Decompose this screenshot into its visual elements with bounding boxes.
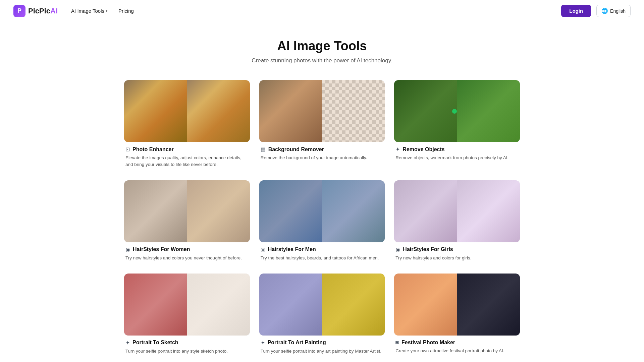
card-image-left [394, 80, 457, 142]
tool-card-portrait-to-art[interactable]: ✦ Portrait To Art Painting Turn your sel… [259, 274, 385, 356]
nav-ai-tools[interactable]: AI Image Tools ▾ [71, 8, 108, 14]
card-info-hairstyles-girls: ◉ HairStyles For Girls Try new hairstyle… [394, 242, 520, 263]
card-image-left [124, 274, 187, 336]
card-desc-hairstyles-men: Try the best hairstyles, beards, and tat… [261, 255, 384, 261]
card-desc-hairstyles-women: Try new hairstyles and colors you never … [125, 255, 249, 261]
tool-card-festival-photo-maker[interactable]: ◙ Festival Photo Maker Create your own a… [394, 274, 520, 356]
card-title-row: ◉ HairStyles For Women [125, 246, 249, 253]
card-image-right [322, 274, 385, 336]
card-title-remove-objects: Remove Objects [402, 146, 444, 153]
page-subtitle: Create stunning photos with the power of… [124, 57, 520, 64]
card-title-row: ✦ Remove Objects [395, 146, 519, 153]
card-image-inner [124, 180, 250, 242]
tool-icon-hairstyles-women: ◉ [125, 246, 130, 253]
card-title-background-remover: Background Remover [268, 146, 324, 153]
status-dot [452, 109, 457, 114]
card-image-hairstyles-women [124, 180, 250, 242]
tool-card-hairstyles-girls[interactable]: ◉ HairStyles For Girls Try new hairstyle… [394, 180, 520, 263]
logo-text: PicPicAI [28, 7, 58, 15]
card-image-right [187, 274, 250, 336]
card-image-inner [124, 274, 250, 336]
card-desc-remove-objects: Remove objects, watermark from photos pr… [395, 155, 519, 161]
card-image-right [322, 80, 385, 142]
card-image-portrait-to-art [259, 274, 385, 336]
card-image-remove-objects [394, 80, 520, 142]
nav-actions: Login 🌐 English [561, 5, 631, 17]
card-title-hairstyles-women: HairStyles For Women [133, 246, 190, 252]
card-desc-festival-photo-maker: Create your own attractive festival port… [395, 348, 519, 354]
logo-icon: P [13, 5, 25, 17]
card-title-row: ◙ Festival Photo Maker [395, 340, 519, 346]
card-title-photo-enhancer: Photo Enhancer [132, 146, 174, 153]
tool-icon-photo-enhancer: ⊡ [125, 146, 130, 153]
tool-card-hairstyles-men[interactable]: ◎ Hairstyles For Men Try the best hairst… [259, 180, 385, 263]
card-title-row: ✦ Portrait To Sketch [125, 340, 249, 346]
tool-card-photo-enhancer[interactable]: ⊡ Photo Enhancer Elevate the images qual… [124, 80, 250, 170]
card-image-photo-enhancer [124, 80, 250, 142]
card-image-left [259, 274, 322, 336]
tool-icon-hairstyles-men: ◎ [261, 246, 265, 253]
card-info-photo-enhancer: ⊡ Photo Enhancer Elevate the images qual… [124, 142, 250, 170]
nav-pricing[interactable]: Pricing [118, 8, 134, 14]
tool-card-portrait-to-sketch[interactable]: ✦ Portrait To Sketch Turn your selfie po… [124, 274, 250, 356]
card-desc-hairstyles-girls: Try new hairstyles and colors for girls. [395, 255, 519, 261]
card-info-hairstyles-men: ◎ Hairstyles For Men Try the best hairst… [259, 242, 385, 263]
tool-icon-background-remover: ▤ [261, 146, 266, 153]
card-title-row: ◉ HairStyles For Girls [395, 246, 519, 253]
card-image-right [187, 180, 250, 242]
tools-grid: ⊡ Photo Enhancer Elevate the images qual… [124, 80, 520, 362]
tool-icon-festival-photo-maker: ◙ [395, 340, 399, 346]
card-image-right [187, 80, 250, 142]
main-content: AI Image Tools Create stunning photos wi… [117, 22, 527, 362]
card-title-portrait-to-art: Portrait To Art Painting [268, 340, 326, 346]
card-desc-portrait-to-art: Turn your selfie portrait into any art p… [261, 348, 384, 355]
language-button[interactable]: 🌐 English [596, 5, 631, 17]
card-image-inner [259, 180, 385, 242]
card-image-inner [394, 80, 520, 142]
globe-icon: 🌐 [601, 8, 608, 14]
card-title-portrait-to-sketch: Portrait To Sketch [132, 340, 178, 346]
tool-icon-remove-objects: ✦ [395, 146, 400, 153]
tool-card-background-remover[interactable]: ▤ Background Remover Remove the backgrou… [259, 80, 385, 170]
logo-link[interactable]: P PicPicAI [13, 5, 58, 17]
card-title-row: ◎ Hairstyles For Men [261, 246, 384, 253]
card-image-inner [259, 274, 385, 336]
card-title-hairstyles-men: Hairstyles For Men [268, 246, 316, 252]
page-title: AI Image Tools [124, 39, 520, 53]
card-info-portrait-to-art: ✦ Portrait To Art Painting Turn your sel… [259, 336, 385, 356]
navbar: P PicPicAI AI Image Tools ▾ Pricing Logi… [0, 0, 644, 22]
tool-icon-hairstyles-girls: ◉ [395, 246, 400, 253]
tool-card-remove-objects[interactable]: ✦ Remove Objects Remove objects, waterma… [394, 80, 520, 170]
card-image-inner [124, 80, 250, 142]
card-image-inner [394, 274, 520, 336]
card-image-background-remover [259, 80, 385, 142]
tool-icon-portrait-to-art: ✦ [261, 340, 265, 346]
card-desc-photo-enhancer: Elevate the images quality, adjust color… [125, 155, 249, 168]
card-image-right [322, 180, 385, 242]
card-image-right [457, 274, 520, 336]
card-title-hairstyles-girls: HairStyles For Girls [403, 246, 453, 252]
card-image-right [457, 180, 520, 242]
chevron-down-icon: ▾ [106, 9, 108, 13]
card-info-hairstyles-women: ◉ HairStyles For Women Try new hairstyle… [124, 242, 250, 263]
card-desc-background-remover: Remove the background of your image auto… [261, 155, 384, 161]
card-image-inner [259, 80, 385, 142]
card-image-hairstyles-men [259, 180, 385, 242]
card-desc-portrait-to-sketch: Turn your selfie portrait into any style… [125, 348, 249, 355]
card-image-right [457, 80, 520, 142]
card-image-inner [394, 180, 520, 242]
card-image-left [394, 180, 457, 242]
card-title-festival-photo-maker: Festival Photo Maker [401, 340, 455, 346]
card-title-row: ▤ Background Remover [261, 146, 384, 153]
tool-icon-portrait-to-sketch: ✦ [125, 340, 130, 346]
card-image-left [394, 274, 457, 336]
card-image-left [259, 80, 322, 142]
card-image-hairstyles-girls [394, 180, 520, 242]
login-button[interactable]: Login [561, 5, 591, 17]
card-image-left [124, 80, 187, 142]
tool-card-hairstyles-women[interactable]: ◉ HairStyles For Women Try new hairstyle… [124, 180, 250, 263]
card-image-festival-photo-maker [394, 274, 520, 336]
card-image-left [124, 180, 187, 242]
card-title-row: ⊡ Photo Enhancer [125, 146, 249, 153]
card-info-background-remover: ▤ Background Remover Remove the backgrou… [259, 142, 385, 163]
